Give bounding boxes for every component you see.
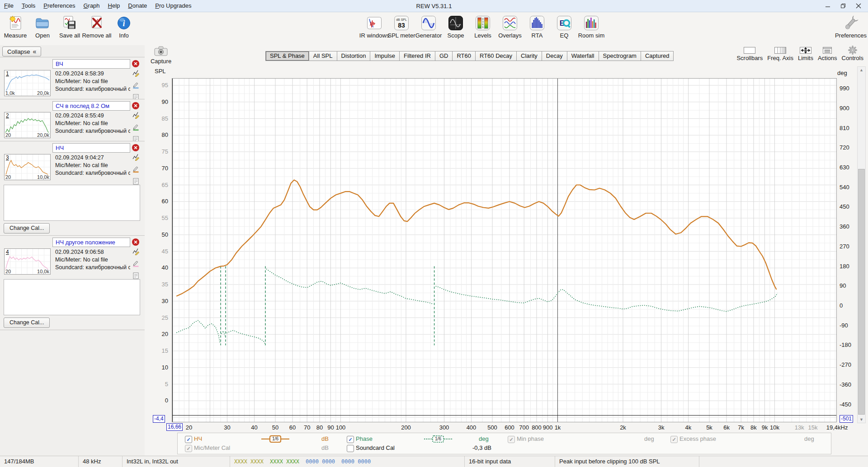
- delete-measurement-button[interactable]: ✕: [132, 238, 139, 246]
- toolbar-button-ir-windows[interactable]: IR windows: [361, 14, 388, 39]
- menu-file[interactable]: File: [0, 0, 18, 12]
- toolbar-label-spl-meter: SPL meter: [388, 32, 415, 39]
- delete-measurement-button[interactable]: ✕: [132, 60, 139, 67]
- spl-tick-30: 30: [154, 298, 168, 304]
- svg-text:i: i: [123, 19, 125, 28]
- menu-donate[interactable]: Donate: [124, 0, 151, 12]
- menu-help[interactable]: Help: [104, 0, 124, 12]
- close-button[interactable]: [851, 0, 866, 12]
- measurement-card-3[interactable]: НЧ✕32010,0k02.09.2024 9:04:27Mic/Meter: …: [0, 141, 145, 235]
- measurement-thumbnail[interactable]: 42010,0k: [4, 248, 51, 275]
- toolbar-button-rta[interactable]: RTA: [524, 14, 551, 39]
- smoothing-control[interactable]: 1/6: [261, 435, 289, 443]
- spl-tick-0: 0: [154, 397, 168, 404]
- spl-tick-80: 80: [154, 131, 168, 138]
- tab-all-spl[interactable]: All SPL: [309, 51, 337, 61]
- toolbar-button-remove-all[interactable]: Remove all: [83, 14, 110, 39]
- delete-measurement-button[interactable]: ✕: [132, 144, 139, 151]
- spl-phase-plot[interactable]: [172, 78, 837, 422]
- measurement-date: 02.09.2024 8:55:49: [55, 112, 130, 120]
- cursor-deg-value: -501: [840, 415, 853, 423]
- scroll-down-icon[interactable]: ▼: [858, 417, 865, 422]
- thumbnail-xmin: 20: [5, 269, 11, 274]
- tab-rt60[interactable]: RT60: [453, 51, 476, 61]
- toolbar-button-generator[interactable]: Generator: [415, 14, 442, 39]
- freq-tick-8k: 8k: [750, 424, 757, 431]
- deg-tick-270: 270: [840, 243, 849, 250]
- deg-tick-720: 720: [840, 144, 849, 151]
- measurement-name-field[interactable]: НЧ: [52, 143, 130, 153]
- tab-clarity[interactable]: Clarity: [517, 51, 542, 61]
- checkbox-нч[interactable]: ✓: [185, 436, 192, 443]
- measurement-name-field[interactable]: НЧ другое положение: [52, 238, 130, 247]
- menu-pro-upgrades[interactable]: Pro Upgrades: [151, 0, 195, 12]
- measurement-date: 02.09.2024 9:04:27: [55, 154, 130, 162]
- freq-tick-10k: 10k: [770, 424, 779, 431]
- deg-tick-90: 90: [840, 282, 846, 289]
- minimize-button[interactable]: [820, 0, 835, 12]
- measurement-card-4[interactable]: НЧ другое положение✕42010,0k02.09.2024 9…: [0, 235, 145, 330]
- measurement-name-field[interactable]: СЧ в послед 8.2 Ом: [52, 101, 130, 111]
- freq-tick-100: 100: [336, 424, 346, 431]
- toolbar-button-eq[interactable]: EEQ: [551, 14, 578, 39]
- thumbnail-xmax: 20,0k: [37, 132, 49, 138]
- menu-graph[interactable]: Graph: [79, 0, 104, 12]
- toolbar-button-preferences[interactable]: Preferences: [837, 14, 864, 39]
- restore-button[interactable]: [835, 0, 851, 12]
- spl-tick-5: 5: [154, 381, 168, 388]
- tab-spectrogram[interactable]: Spectrogram: [599, 51, 641, 61]
- graph-button-limits[interactable]: Limits: [798, 46, 813, 61]
- graph-button-scrollbars[interactable]: Scrollbars: [736, 46, 763, 61]
- tab-filtered-ir[interactable]: Filtered IR: [400, 51, 435, 61]
- tab-rt60-decay[interactable]: RT60 Decay: [476, 51, 517, 61]
- measurement-thumbnail[interactable]: 22020,0k: [4, 112, 51, 138]
- tab-decay[interactable]: Decay: [542, 51, 567, 61]
- measurement-notes-area[interactable]: [4, 185, 140, 221]
- spl-tick-85: 85: [154, 115, 168, 122]
- toolbar-button-open[interactable]: Open: [29, 14, 56, 39]
- tab-spl-phase[interactable]: SPL & Phase: [265, 51, 309, 61]
- measurement-thumbnail[interactable]: 32010,0k: [4, 154, 51, 180]
- eq-icon: E: [556, 15, 572, 31]
- freq-tick-700: 700: [519, 424, 529, 431]
- measurement-card-2[interactable]: СЧ в послед 8.2 Ом✕22020,0k02.09.2024 8:…: [0, 99, 145, 141]
- measurement-thumbnail[interactable]: 11,0k20,0k: [4, 70, 51, 96]
- toolbar-button-levels[interactable]: 0369Levels: [469, 14, 496, 39]
- restore-icon: [840, 3, 846, 9]
- toolbar-button-info[interactable]: iInfo: [110, 14, 137, 39]
- tab-gd[interactable]: GD: [435, 51, 453, 61]
- toolbar-button-spl-meter[interactable]: dB SPL83SPL meter: [388, 14, 415, 39]
- change-cal-button[interactable]: Change Cal...: [4, 223, 50, 234]
- edit-measurement-icon: [132, 111, 140, 119]
- toolbar-button-save-all[interactable]: Save all: [56, 14, 83, 39]
- toolbar-button-measure[interactable]: Measure: [2, 14, 29, 39]
- freq-tick-15k: 15k: [808, 424, 818, 431]
- toolbar-button-overlays[interactable]: Overlays: [496, 14, 524, 39]
- graph-button-actions[interactable]: Actions: [818, 46, 837, 61]
- change-cal-button[interactable]: Change Cal...: [4, 318, 50, 328]
- tab-waterfall[interactable]: Waterfall: [567, 51, 599, 61]
- toolbar-button-room-sim[interactable]: Room sim: [578, 14, 605, 39]
- toolbar-button-scope[interactable]: Scope: [442, 14, 469, 39]
- tab-captured[interactable]: Captured: [641, 51, 674, 61]
- smoothing-control[interactable]: 1/6: [424, 435, 452, 443]
- measurement-actions: [132, 248, 140, 281]
- graph-vertical-scrollbar[interactable]: ▲ ▼: [857, 66, 866, 423]
- measurement-card-1[interactable]: ВЧ✕11,0k20,0k02.09.2024 8:58:39Mic/Meter…: [0, 57, 145, 99]
- rta-icon: [529, 15, 545, 31]
- graph-button-controls[interactable]: Controls: [842, 46, 863, 61]
- graph-button-freq-axis[interactable]: Freq. Axis: [767, 46, 793, 61]
- measurement-name-field[interactable]: ВЧ: [52, 59, 130, 69]
- collapse-sidebar-button[interactable]: Collapse «: [2, 47, 41, 56]
- delete-measurement-button[interactable]: ✕: [132, 102, 139, 109]
- scrollbar-thumb[interactable]: [858, 169, 865, 415]
- menu-preferences[interactable]: Preferences: [39, 0, 79, 12]
- tab-impulse[interactable]: Impulse: [370, 51, 400, 61]
- capture-button[interactable]: Capture: [148, 46, 174, 65]
- checkbox-soundcard-cal[interactable]: [347, 445, 354, 452]
- scroll-up-icon[interactable]: ▲: [858, 68, 865, 72]
- measurement-notes-area[interactable]: [4, 279, 140, 315]
- tab-distortion[interactable]: Distortion: [337, 51, 371, 61]
- menu-tools[interactable]: Tools: [18, 0, 39, 12]
- checkbox-phase[interactable]: ✓: [347, 436, 354, 443]
